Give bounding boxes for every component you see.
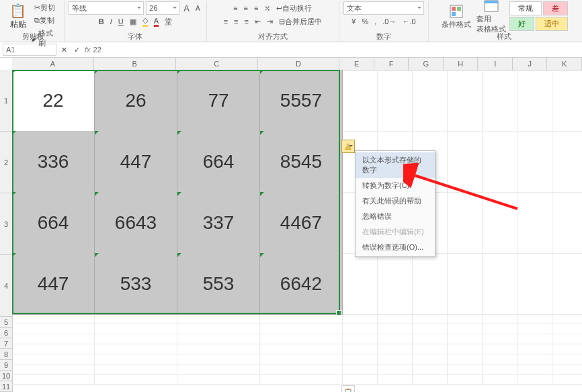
cell-F6[interactable] [378,324,413,334]
row-header-10[interactable]: 10 [0,371,12,381]
col-header-E[interactable]: E [339,58,374,70]
cell-B1[interactable]: 26 [95,70,177,132]
row-header-4[interactable]: 4 [0,255,12,317]
inc-decimal-button[interactable]: .0→ [380,16,398,27]
col-header-C[interactable]: C [176,58,258,70]
cell-J6[interactable] [517,324,552,334]
cells-area[interactable]: 2226775557336447664854566466433374467447… [12,70,582,385]
cell-A1[interactable]: 22 [12,70,95,132]
border-button[interactable]: ▦ [128,16,138,28]
cell-H3[interactable] [448,192,483,254]
align-right-button[interactable]: ≡ [243,16,251,27]
cell-C7[interactable] [177,334,260,344]
row-header-6[interactable]: 6 [0,328,12,338]
cell-C11[interactable] [177,375,260,385]
cell-F8[interactable] [378,344,413,354]
cell-H1[interactable] [448,70,483,132]
cell-H5[interactable] [448,314,483,324]
cell-K7[interactable] [552,334,582,344]
cell-B10[interactable] [95,364,177,375]
menu-help[interactable]: 有关此错误的帮助 [356,193,435,209]
cell-J2[interactable] [517,131,552,193]
font-size-combo[interactable]: 26 [146,1,179,15]
cell-C10[interactable] [177,364,260,375]
col-header-B[interactable]: B [94,58,176,70]
paste-options-button[interactable] [341,385,355,392]
cell-K2[interactable] [552,131,582,193]
cell-C2[interactable]: 664 [177,131,260,193]
formula-value[interactable]: 22 [93,46,101,54]
menu-convert-number[interactable]: 转换为数字(C) [356,178,435,193]
cell-E11[interactable] [343,375,378,385]
confirm-edit-button[interactable]: ✓ [72,44,82,56]
cell-C4[interactable]: 553 [177,253,260,315]
cell-F11[interactable] [378,375,413,385]
cell-A11[interactable] [12,375,95,385]
cell-E10[interactable] [343,364,378,375]
number-format-combo[interactable]: 文本 [343,1,424,15]
cell-E5[interactable] [343,314,378,324]
cell-E6[interactable] [343,324,378,334]
cell-G6[interactable] [413,324,448,334]
cell-E1[interactable] [343,70,378,132]
cell-I6[interactable] [483,324,517,334]
cell-J7[interactable] [517,334,552,344]
align-center-button[interactable]: ≡ [232,16,240,27]
conditional-format-button[interactable]: 条件格式 [439,2,474,31]
cell-I1[interactable] [483,70,517,132]
cell-K8[interactable] [552,344,582,354]
cell-K1[interactable] [552,70,582,132]
copy-button[interactable]: ⧉复制 [29,14,60,27]
cell-E7[interactable] [343,334,378,344]
cell-H9[interactable] [448,354,483,364]
underline-button[interactable]: U [116,16,126,27]
cell-F5[interactable] [378,314,413,324]
cell-C5[interactable] [177,314,260,324]
cell-C3[interactable]: 337 [177,192,260,254]
cell-D2[interactable]: 8545 [260,131,343,193]
merge-button[interactable]: ⊟合并后居中 [277,15,324,28]
cell-K9[interactable] [552,354,582,364]
cell-B2[interactable]: 447 [95,131,177,193]
cell-I4[interactable] [483,253,517,315]
cell-A5[interactable] [12,314,95,324]
cell-E9[interactable] [343,354,378,364]
cell-A6[interactable] [12,324,95,334]
orientation-button[interactable]: ⤭ [262,3,272,14]
cell-I8[interactable] [483,344,517,354]
phonetic-button[interactable]: 堂 [163,15,174,28]
col-header-J[interactable]: J [513,58,548,70]
increase-font-button[interactable]: A [181,2,192,15]
cell-B6[interactable] [95,324,177,334]
cell-G1[interactable] [413,70,448,132]
cell-J3[interactable] [517,192,552,254]
row-header-1[interactable]: 1 [0,70,12,132]
col-header-F[interactable]: F [374,58,409,70]
cell-I3[interactable] [483,192,517,254]
cell-A7[interactable] [12,334,95,344]
col-header-G[interactable]: G [409,58,444,70]
cell-G11[interactable] [413,375,448,385]
cell-D1[interactable]: 5557 [260,70,343,132]
cell-J8[interactable] [517,344,552,354]
cell-H2[interactable] [448,131,483,193]
decrease-font-button[interactable]: A [194,3,202,13]
cell-C9[interactable] [177,354,260,364]
cell-B7[interactable] [95,334,177,344]
cell-J11[interactable] [517,375,552,385]
col-header-H[interactable]: H [444,58,479,70]
cell-F9[interactable] [378,354,413,364]
cell-J1[interactable] [517,70,552,132]
font-color-button[interactable]: A [152,15,161,28]
row-header-2[interactable]: 2 [0,132,12,193]
cell-D11[interactable] [260,375,343,385]
row-header-11[interactable]: 11 [0,381,12,392]
cell-K4[interactable] [552,253,582,315]
cell-B4[interactable]: 533 [95,253,177,315]
cell-F10[interactable] [378,364,413,375]
align-top-button[interactable]: ≡ [231,3,239,13]
cell-G10[interactable] [413,364,448,375]
cell-B3[interactable]: 6643 [95,192,177,254]
cell-B5[interactable] [95,314,177,324]
cell-D6[interactable] [260,324,343,334]
